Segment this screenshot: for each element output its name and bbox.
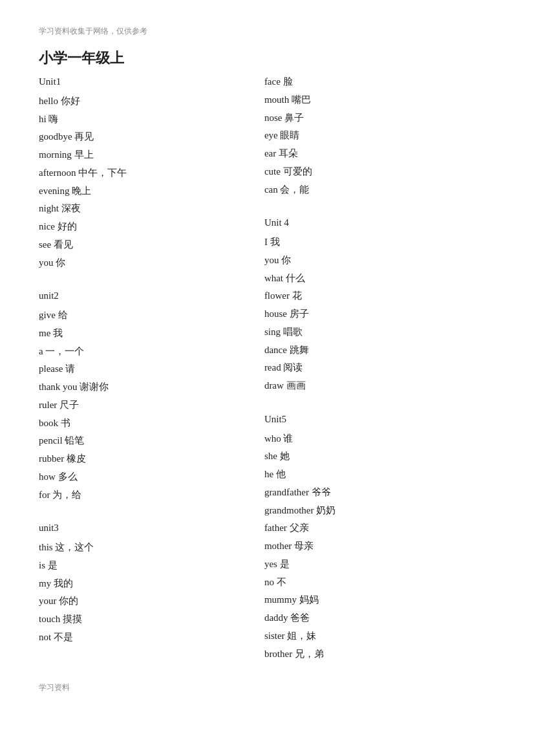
vocab-item: sister 姐，妹	[264, 627, 495, 645]
vocab-item: brother 兄，弟	[264, 645, 495, 664]
unit-header: Unit 4	[264, 214, 495, 232]
vocab-item: night 深夜	[39, 200, 251, 218]
spacer	[39, 504, 251, 510]
vocab-item: goodbye 再见	[39, 128, 251, 146]
vocab-item: morning 早上	[39, 146, 251, 164]
spacer	[39, 272, 251, 278]
unit-header: unit3	[39, 519, 251, 537]
vocab-item: yes 是	[264, 556, 495, 574]
vocab-item: mummy 妈妈	[264, 591, 495, 609]
vocab-item: nice 好的	[39, 218, 251, 236]
vocab-item: grandmother 奶奶	[264, 502, 495, 520]
vocab-item: mouth 嘴巴	[264, 91, 495, 109]
vocab-item: dance 跳舞	[264, 341, 495, 360]
unit-header: Unit5	[264, 411, 495, 429]
vocab-item: your 你的	[39, 592, 251, 610]
watermark-bottom: 学习资料	[39, 682, 495, 693]
vocab-item: is 是	[39, 557, 251, 575]
vocab-item: what 什么	[264, 270, 495, 288]
vocab-item: who 谁	[264, 430, 495, 448]
vocab-item: ruler 尺子	[39, 396, 251, 415]
vocab-item: daddy 爸爸	[264, 609, 495, 627]
vocab-item: house 房子	[264, 305, 495, 323]
vocab-item: eye 眼睛	[264, 127, 495, 145]
vocab-item: afternoon 中午，下午	[39, 164, 251, 182]
vocab-item: he 他	[264, 466, 495, 484]
vocab-item: draw 画画	[264, 377, 495, 395]
vocab-item: nose 鼻子	[264, 109, 495, 127]
vocab-item: please 请	[39, 360, 251, 378]
vocab-item: rubber 橡皮	[39, 450, 251, 468]
vocab-item: sing 唱歌	[264, 323, 495, 341]
vocab-item: how 多么	[39, 468, 251, 486]
vocab-item: can 会，能	[264, 181, 495, 199]
vocab-item: evening 晚上	[39, 182, 251, 200]
spacer	[264, 395, 495, 402]
vocab-item: flower 花	[264, 287, 495, 305]
vocab-item: ear 耳朵	[264, 145, 495, 163]
vocab-item: you 你	[264, 252, 495, 270]
vocab-item: read 阅读	[264, 359, 495, 377]
vocab-item: my 我的	[39, 575, 251, 593]
vocab-item: not 不是	[39, 629, 251, 647]
vocab-item: see 看见	[39, 236, 251, 254]
vocab-item: mother 母亲	[264, 537, 495, 556]
spacer	[264, 199, 495, 205]
vocab-item: me 我	[39, 325, 251, 343]
vocab-item: this 这，这个	[39, 539, 251, 557]
right-column: face 脸mouth 嘴巴nose 鼻子eye 眼睛ear 耳朵cute 可爱…	[258, 73, 495, 663]
unit-header: unit2	[39, 287, 251, 305]
vocab-item: hello 你好	[39, 92, 251, 111]
vocab-item: give 给	[39, 307, 251, 325]
unit-header: Unit1	[39, 73, 251, 91]
vocab-item: grandfather 爷爷	[264, 484, 495, 502]
vocab-item: she 她	[264, 448, 495, 466]
vocab-item: face 脸	[264, 73, 495, 91]
page-title: 小学一年级上	[39, 49, 495, 68]
vocab-item: hi 嗨	[39, 111, 251, 129]
watermark-top: 学习资料收集于网络，仅供参考	[39, 26, 495, 37]
vocab-item: pencil 铅笔	[39, 432, 251, 450]
vocab-item: cute 可爱的	[264, 163, 495, 181]
left-column: Unit1hello 你好hi 嗨goodbye 再见morning 早上aft…	[39, 73, 258, 663]
vocab-item: you 你	[39, 254, 251, 272]
vocab-item: touch 摸摸	[39, 610, 251, 629]
vocab-item: no 不	[264, 574, 495, 592]
vocab-item: thank you 谢谢你	[39, 378, 251, 396]
vocab-item: I 我	[264, 233, 495, 252]
vocab-item: book 书	[39, 415, 251, 433]
vocab-item: for 为，给	[39, 486, 251, 504]
vocab-item: a 一，一个	[39, 343, 251, 361]
vocab-item: father 父亲	[264, 519, 495, 537]
